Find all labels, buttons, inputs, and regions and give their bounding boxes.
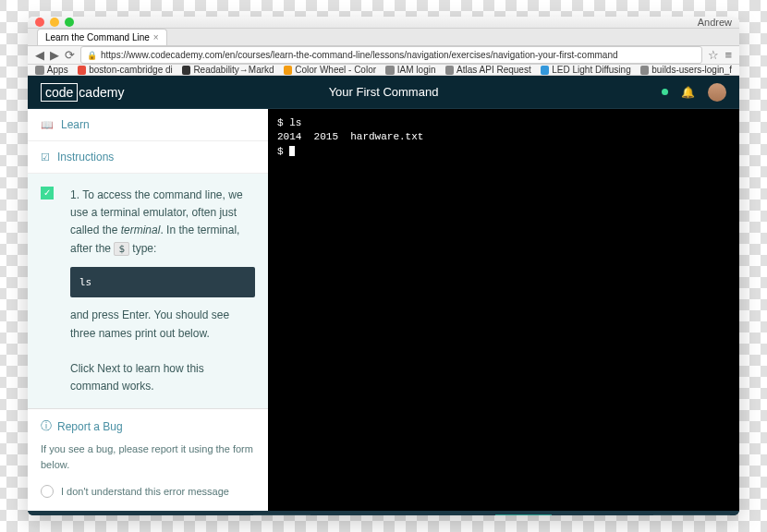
radio-icon[interactable]: [41, 485, 54, 498]
report-bug-header[interactable]: ⓘ Report a Bug: [41, 418, 255, 434]
code-block: ls: [70, 267, 255, 298]
get-help-button[interactable]: Get Help: [653, 514, 730, 515]
app-content: codecademy Your First Command 🔔 📖 Learn …: [28, 76, 739, 515]
close-icon[interactable]: ×: [153, 32, 159, 42]
star-icon[interactable]: ☆: [708, 48, 719, 62]
url-bar: ◀ ▶ ⟳ 🔒 https://www.codecademy.com/en/co…: [28, 46, 739, 65]
check-icon: ✓: [41, 187, 54, 200]
bookmark-item[interactable]: Apps: [35, 65, 68, 75]
back-icon[interactable]: ◀: [35, 48, 44, 62]
tab-bar: Learn the Command Line ×: [28, 29, 739, 46]
url-text: https://www.codecademy.com/en/courses/le…: [101, 50, 618, 60]
bookmark-item[interactable]: Readability→Markd: [182, 65, 274, 75]
bookmark-item[interactable]: Color Wheel - Color: [284, 65, 376, 75]
book-icon: 📖: [41, 119, 54, 131]
instructions-panel: ✓ 1. To access the command line, we use …: [28, 174, 268, 408]
instruction-text: Click Next to learn how this command wor…: [70, 360, 255, 395]
url-input[interactable]: 🔒 https://www.codecademy.com/en/courses/…: [80, 46, 702, 64]
status-indicator-icon: [662, 89, 668, 95]
next-button[interactable]: Next: [495, 514, 552, 515]
sidebar: 📖 Learn ☑ Instructions ✓ 1. To access th…: [28, 109, 268, 511]
instruction-text: 1. To access the command line, we use a …: [70, 187, 255, 258]
app-footer: ‹ View All Exercises Back Next Get Help: [28, 511, 739, 515]
bookmark-item[interactable]: Atlas API Request: [445, 65, 531, 75]
cursor-icon: [289, 146, 295, 156]
window-controls: [35, 18, 74, 27]
forward-icon[interactable]: ▶: [50, 48, 59, 62]
app-body: 📖 Learn ☑ Instructions ✓ 1. To access th…: [28, 109, 739, 511]
instruction-text: and press Enter. You should see three na…: [70, 307, 255, 342]
menu-icon[interactable]: ≡: [724, 48, 732, 62]
lock-icon: 🔒: [87, 51, 97, 60]
avatar[interactable]: [708, 83, 726, 102]
browser-tab[interactable]: Learn the Command Line ×: [37, 29, 167, 45]
bookmarks-bar: Apps boston-cambridge di Readability→Mar…: [28, 65, 739, 76]
terminal[interactable]: $ ls 2014 2015 hardware.txt $: [268, 109, 739, 511]
question-icon: ⓘ: [41, 418, 52, 434]
bug-description: If you see a bug, please report it using…: [41, 441, 255, 472]
close-icon[interactable]: [35, 18, 44, 27]
page-title: Your First Command: [329, 85, 439, 99]
tab-instructions[interactable]: ☑ Instructions: [28, 141, 268, 174]
code-key: $: [114, 242, 129, 256]
reload-icon[interactable]: ⟳: [65, 48, 75, 62]
checkbox-icon: ☑: [41, 151, 50, 163]
bell-icon[interactable]: 🔔: [681, 86, 695, 99]
user-label: Andrew: [698, 17, 732, 28]
logo[interactable]: codecademy: [41, 85, 124, 100]
titlebar: Andrew: [28, 17, 739, 29]
back-button[interactable]: Back: [253, 514, 311, 515]
bug-option[interactable]: I don't understand this error message: [41, 481, 255, 502]
browser-window: Andrew Learn the Command Line × ◀ ▶ ⟳ 🔒 …: [28, 17, 739, 515]
bookmark-item[interactable]: builds-users-login_f: [640, 65, 732, 75]
maximize-icon[interactable]: [65, 18, 74, 27]
bookmark-item[interactable]: boston-cambridge di: [78, 65, 173, 75]
minimize-icon[interactable]: [50, 18, 59, 27]
report-bug-section: ⓘ Report a Bug If you see a bug, please …: [28, 408, 268, 511]
app-header: codecademy Your First Command 🔔: [28, 76, 739, 109]
tab-learn[interactable]: 📖 Learn: [28, 109, 268, 141]
bookmark-item[interactable]: IAM login: [385, 65, 435, 75]
tab-title: Learn the Command Line: [45, 32, 150, 42]
bookmark-item[interactable]: LED Light Diffusing: [541, 65, 631, 75]
